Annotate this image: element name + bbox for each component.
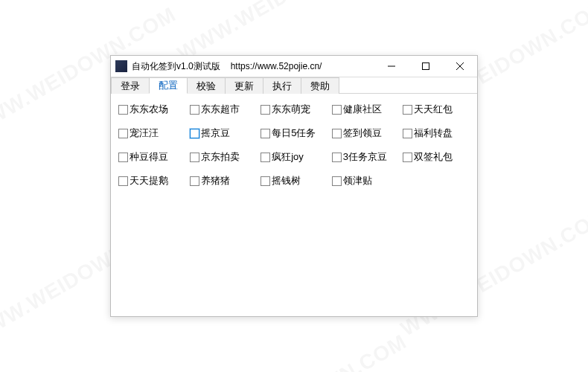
checkbox-item[interactable]: 领津贴 — [332, 174, 399, 187]
checkbox-item[interactable]: 种豆得豆 — [118, 150, 185, 164]
checkbox-icon — [403, 105, 412, 115]
window-url: https://www.52pojie.cn/ — [231, 61, 322, 71]
checkbox-item[interactable]: 东东萌宠 — [261, 103, 327, 116]
checkbox-icon — [261, 176, 270, 186]
maximize-button[interactable] — [409, 56, 443, 77]
checkbox-label: 健康社区 — [343, 103, 382, 116]
checkbox-icon — [403, 129, 412, 138]
tab-update[interactable]: 更新 — [225, 77, 263, 94]
checkbox-label: 签到领豆 — [343, 126, 382, 140]
checkbox-item[interactable]: 天天提鹅 — [118, 174, 185, 187]
checkbox-label: 东东萌宠 — [272, 103, 310, 116]
checkbox-label: 双签礼包 — [414, 150, 453, 164]
checkbox-label: 东东超市 — [201, 103, 240, 116]
checkbox-label: 3任务京豆 — [343, 150, 387, 164]
checkbox-label: 种豆得豆 — [130, 150, 168, 164]
checkbox-icon — [118, 176, 128, 186]
window-controls — [374, 56, 477, 77]
checkbox-icon — [261, 129, 270, 138]
checkbox-label: 疯狂joy — [272, 150, 304, 164]
checkbox-item[interactable]: 天天红包 — [403, 103, 470, 116]
checkbox-label: 京东拍卖 — [201, 150, 240, 164]
checkbox-icon — [332, 105, 342, 115]
checkbox-icon — [190, 153, 199, 162]
checkbox-item[interactable]: 摇京豆 — [190, 126, 257, 140]
checkbox-label: 天天提鹅 — [130, 174, 168, 187]
window-title: 自动化签到v1.0测试版 — [132, 60, 220, 73]
tab-label: 校验 — [196, 80, 216, 93]
checkbox-item[interactable]: 疯狂joy — [261, 150, 327, 164]
titlebar: 自动化签到v1.0测试版 https://www.52pojie.cn/ — [111, 56, 477, 77]
tab-label: 更新 — [234, 80, 254, 93]
checkbox-icon — [190, 176, 199, 186]
checkbox-icon — [118, 105, 128, 115]
checkbox-item[interactable]: 双签礼包 — [403, 150, 470, 164]
tab-login[interactable]: 登录 — [111, 77, 150, 94]
checkbox-item[interactable]: 每日5任务 — [261, 126, 327, 140]
svg-rect-1 — [423, 63, 429, 70]
checkbox-icon — [190, 129, 199, 138]
tab-label: 配置 — [159, 79, 178, 92]
close-button[interactable] — [443, 56, 477, 77]
checkbox-label: 天天红包 — [414, 103, 453, 116]
tab-verify[interactable]: 校验 — [187, 77, 226, 94]
tab-label: 赞助 — [310, 80, 330, 93]
checkbox-label: 东东农场 — [130, 103, 168, 116]
checkbox-icon — [118, 153, 128, 162]
checkbox-label: 福利转盘 — [414, 126, 453, 140]
checkbox-icon — [190, 105, 199, 115]
tab-config[interactable]: 配置 — [149, 77, 188, 94]
checkbox-icon — [118, 129, 128, 138]
checkbox-grid: 东东农场 东东超市 东东萌宠 健康社区 天天红包 宠汪汪 摇京豆 每日5任务 签… — [118, 103, 470, 187]
tab-bar: 登录 配置 校验 更新 执行 赞助 — [111, 77, 477, 94]
minimize-button[interactable] — [374, 56, 409, 77]
tab-content: 东东农场 东东超市 东东萌宠 健康社区 天天红包 宠汪汪 摇京豆 每日5任务 签… — [111, 94, 477, 196]
checkbox-item[interactable]: 养猪猪 — [190, 174, 257, 187]
checkbox-label: 摇钱树 — [272, 174, 301, 187]
checkbox-icon — [403, 153, 412, 162]
checkbox-label: 养猪猪 — [201, 174, 230, 187]
checkbox-icon — [332, 153, 342, 162]
checkbox-item[interactable]: 3任务京豆 — [332, 150, 399, 164]
checkbox-icon — [332, 176, 342, 186]
checkbox-item[interactable]: 东东超市 — [190, 103, 257, 116]
tab-sponsor[interactable]: 赞助 — [301, 77, 339, 94]
app-window: 自动化签到v1.0测试版 https://www.52pojie.cn/ 登录 … — [110, 55, 478, 317]
checkbox-label: 领津贴 — [343, 174, 372, 187]
checkbox-item[interactable]: 摇钱树 — [261, 174, 327, 187]
checkbox-item[interactable]: 健康社区 — [332, 103, 399, 116]
checkbox-icon — [261, 105, 270, 115]
checkbox-item[interactable]: 宠汪汪 — [118, 126, 185, 140]
checkbox-icon — [332, 129, 342, 138]
checkbox-item[interactable]: 京东拍卖 — [190, 150, 257, 164]
checkbox-item[interactable]: 签到领豆 — [332, 126, 399, 140]
checkbox-label: 摇京豆 — [201, 126, 230, 140]
checkbox-label: 每日5任务 — [272, 126, 316, 140]
checkbox-item[interactable]: 福利转盘 — [403, 126, 470, 140]
tab-label: 登录 — [121, 80, 140, 93]
checkbox-label: 宠汪汪 — [130, 126, 159, 140]
tab-execute[interactable]: 执行 — [263, 77, 301, 94]
tab-label: 执行 — [272, 80, 292, 93]
checkbox-icon — [261, 153, 270, 162]
watermark: WWW.WEIDOWN.COM — [196, 330, 411, 372]
app-icon — [115, 60, 127, 72]
checkbox-item[interactable]: 东东农场 — [118, 103, 185, 116]
